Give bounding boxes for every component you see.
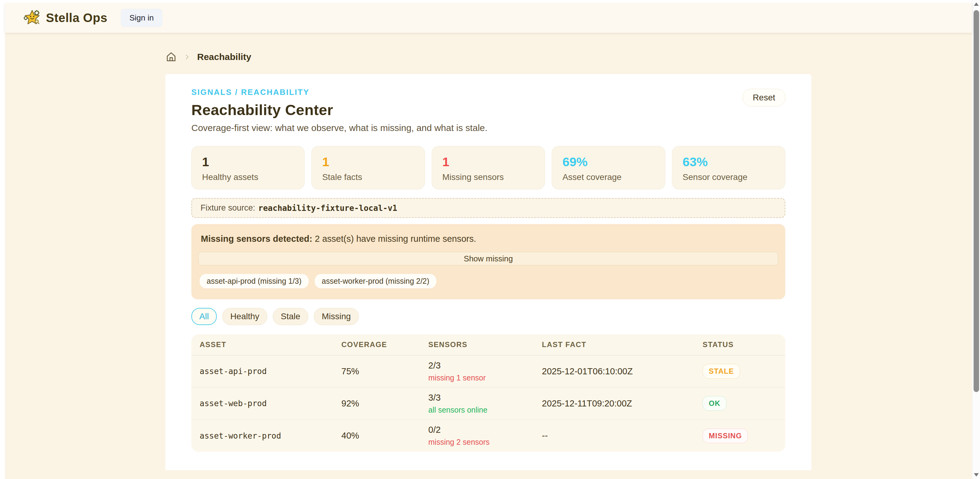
stats-row: 1 Healthy assets 1 Stale facts 1 Missing… — [191, 146, 785, 189]
column-header-last-fact: LAST FACT — [542, 341, 703, 349]
status-filter-group: All Healthy Stale Missing — [191, 308, 785, 325]
sensors-count: 3/3 — [428, 393, 542, 403]
table-row-asset-api-prod[interactable]: asset-api-prod 75% 2/3 missing 1 sensor … — [191, 355, 785, 387]
sensors-note: missing 1 sensor — [428, 373, 542, 382]
screen: Stella Ops Sign in — [0, 0, 980, 479]
coverage-value: 40% — [341, 431, 428, 441]
filter-healthy[interactable]: Healthy — [222, 308, 267, 325]
sign-in-button[interactable]: Sign in — [121, 9, 162, 27]
stat-stale-facts: 1 Stale facts — [311, 146, 425, 189]
column-header-sensors: SENSORS — [428, 341, 542, 349]
page-title: Reachability Center — [191, 101, 487, 118]
sensors-count: 2/3 — [428, 361, 542, 371]
sensors-count: 0/2 — [428, 425, 542, 435]
app-header: Stella Ops Sign in — [5, 3, 972, 33]
stat-value: 1 — [442, 155, 534, 169]
breadcrumb-current[interactable]: Reachability — [197, 52, 251, 62]
vertical-scrollbar[interactable] — [972, 0, 980, 479]
filter-stale[interactable]: Stale — [273, 308, 308, 325]
app-window: Stella Ops Sign in — [5, 3, 972, 479]
stat-label: Healthy assets — [202, 172, 294, 182]
asset-name: asset-api-prod — [200, 367, 341, 376]
filter-all[interactable]: All — [191, 308, 217, 325]
page-subtitle: Coverage-first view: what we observe, wh… — [191, 123, 487, 133]
scroll-down-arrow-icon[interactable] — [974, 473, 979, 477]
table-row-asset-web-prod[interactable]: asset-web-prod 92% 3/3 all sensors onlin… — [191, 387, 785, 420]
stat-healthy-assets: 1 Healthy assets — [191, 146, 305, 189]
column-header-status: STATUS — [703, 341, 785, 349]
main-content: Reachability SIGNALS / REACHABILITY Reac… — [5, 33, 972, 479]
coverage-value: 75% — [341, 366, 428, 377]
brand-name: Stella Ops — [46, 11, 107, 25]
stat-label: Missing sensors — [442, 172, 534, 182]
stat-label: Stale facts — [322, 172, 414, 182]
stella-ops-logo-icon — [23, 9, 41, 27]
assets-table: ASSET COVERAGE SENSORS LAST FACT STATUS … — [191, 334, 785, 452]
sensors-cell: 3/3 all sensors online — [428, 393, 542, 414]
status-cell: MISSING — [703, 428, 785, 443]
stat-sensor-coverage: 63% Sensor coverage — [672, 146, 785, 189]
asset-name: asset-worker-prod — [200, 431, 341, 441]
status-badge: STALE — [703, 364, 740, 379]
alert-message: Missing sensors detected: 2 asset(s) hav… — [198, 234, 778, 244]
last-fact-value: 2025-12-11T09:20:00Z — [542, 398, 703, 409]
show-missing-button[interactable]: Show missing — [198, 252, 778, 265]
status-badge: OK — [703, 396, 727, 411]
missing-sensors-alert: Missing sensors detected: 2 asset(s) hav… — [191, 224, 785, 299]
stat-value: 63% — [683, 155, 775, 169]
section-eyebrow: SIGNALS / REACHABILITY — [191, 88, 487, 97]
table-row-asset-worker-prod[interactable]: asset-worker-prod 40% 0/2 missing 2 sens… — [191, 420, 785, 452]
status-cell: STALE — [703, 364, 785, 379]
missing-asset-chip: asset-worker-prod (missing 2/2) — [315, 274, 437, 288]
home-icon[interactable] — [165, 51, 177, 63]
column-header-coverage: COVERAGE — [341, 341, 428, 349]
stat-asset-coverage: 69% Asset coverage — [552, 146, 665, 189]
reachability-card: SIGNALS / REACHABILITY Reachability Cent… — [165, 74, 811, 470]
missing-asset-chip: asset-api-prod (missing 1/3) — [200, 274, 309, 288]
sensors-note: missing 2 sensors — [428, 438, 542, 447]
last-fact-value: -- — [542, 431, 703, 441]
chevron-right-icon — [184, 54, 191, 60]
stat-label: Asset coverage — [562, 172, 654, 182]
stat-value: 1 — [322, 155, 414, 169]
stat-value: 1 — [202, 155, 294, 169]
asset-name: asset-web-prod — [200, 399, 341, 408]
last-fact-value: 2025-12-01T06:10:00Z — [542, 366, 703, 377]
fixture-source-value: reachability-fixture-local-v1 — [258, 204, 398, 213]
filter-missing[interactable]: Missing — [314, 308, 359, 325]
table-header-row: ASSET COVERAGE SENSORS LAST FACT STATUS — [191, 334, 785, 355]
stat-label: Sensor coverage — [683, 172, 775, 182]
fixture-source-label: Fixture source: — [200, 203, 255, 213]
status-cell: OK — [703, 396, 785, 411]
breadcrumb: Reachability — [165, 51, 811, 64]
stat-value: 69% — [562, 155, 654, 169]
sensors-cell: 2/3 missing 1 sensor — [428, 361, 542, 382]
scroll-up-arrow-icon[interactable] — [974, 2, 979, 6]
column-header-asset: ASSET — [200, 341, 341, 349]
missing-asset-chips: asset-api-prod (missing 1/3) asset-worke… — [198, 274, 778, 288]
stat-missing-sensors: 1 Missing sensors — [432, 146, 545, 189]
title-block: SIGNALS / REACHABILITY Reachability Cent… — [191, 88, 487, 133]
alert-body: 2 asset(s) have missing runtime sensors. — [315, 234, 476, 243]
alert-title: Missing sensors detected: — [201, 234, 312, 243]
status-badge: MISSING — [703, 428, 748, 443]
reset-button[interactable]: Reset — [743, 89, 785, 107]
fixture-source-bar: Fixture source: reachability-fixture-loc… — [191, 198, 785, 218]
scrollbar-thumb[interactable] — [974, 10, 979, 392]
coverage-value: 92% — [341, 398, 428, 409]
sensors-cell: 0/2 missing 2 sensors — [428, 425, 542, 447]
sensors-note: all sensors online — [428, 406, 542, 414]
brand[interactable]: Stella Ops — [23, 9, 107, 27]
